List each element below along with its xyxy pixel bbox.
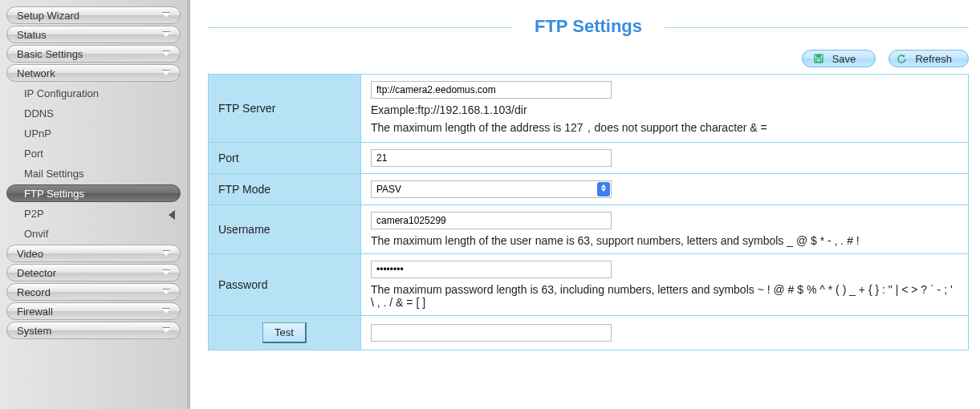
table-row: Test	[209, 316, 969, 350]
sidebar-item-ddns[interactable]: DDNS	[6, 104, 181, 122]
sidebar-group-setup-wizard[interactable]: Setup Wizard	[6, 6, 181, 24]
sidebar-group-basic-settings[interactable]: Basic Settings	[6, 45, 181, 63]
chevron-down-icon	[162, 32, 170, 37]
ftp-server-hint1: Example:ftp://192.168.1.103/dir	[371, 103, 958, 116]
chevron-down-icon	[162, 51, 170, 56]
sidebar-item-onvif[interactable]: Onvif	[6, 225, 181, 242]
ftp-mode-select[interactable]: PASV	[371, 180, 612, 198]
sidebar-group-label: Video	[17, 248, 43, 260]
sidebar-item-upnp[interactable]: UPnP	[6, 124, 181, 142]
sidebar-item-label: Mail Settings	[24, 168, 83, 180]
ftp-server-input[interactable]	[371, 81, 612, 99]
test-button[interactable]: Test	[262, 322, 307, 343]
settings-table: FTP Server Example:ftp://192.168.1.103/d…	[208, 74, 969, 350]
sidebar-group-label: Network	[17, 67, 55, 79]
active-indicator-icon	[169, 210, 175, 220]
sidebar: Setup Wizard Status Basic Settings Netwo…	[0, 0, 190, 409]
table-row: Password The maximum password length is …	[209, 254, 969, 316]
sidebar-group-video[interactable]: Video	[6, 245, 181, 262]
refresh-button-label: Refresh	[915, 53, 952, 65]
table-row: Username The maximum length of the user …	[209, 205, 969, 254]
password-label: Password	[209, 254, 361, 316]
chevron-down-icon	[162, 13, 170, 18]
sidebar-item-label: DDNS	[24, 107, 54, 119]
password-hint: The maximum password length is 63, inclu…	[371, 283, 958, 309]
table-row: Port	[209, 143, 969, 174]
actions-bar: Save Refresh	[208, 50, 969, 67]
test-result-input[interactable]	[371, 324, 612, 342]
sidebar-group-label: Setup Wizard	[17, 10, 79, 22]
test-result-cell	[361, 316, 969, 350]
chevron-down-icon	[162, 290, 170, 294]
username-label: Username	[209, 205, 361, 254]
sidebar-group-detector[interactable]: Detector	[6, 264, 181, 281]
chevron-down-icon	[162, 71, 170, 75]
table-row: FTP Server Example:ftp://192.168.1.103/d…	[209, 75, 969, 143]
ftp-server-cell: Example:ftp://192.168.1.103/dir The maxi…	[361, 75, 969, 143]
port-input[interactable]	[371, 149, 612, 167]
sidebar-group-label: Basic Settings	[17, 48, 83, 60]
refresh-icon	[896, 53, 907, 64]
sidebar-item-label: Port	[24, 148, 43, 160]
sidebar-item-label: P2P	[24, 208, 44, 220]
sidebar-item-p2p[interactable]: P2P	[6, 204, 181, 222]
sidebar-group-system[interactable]: System	[6, 322, 181, 339]
sidebar-group-label: Firewall	[17, 306, 53, 318]
ftp-mode-cell: PASV	[361, 174, 969, 205]
port-label: Port	[209, 143, 361, 174]
sidebar-group-network[interactable]: Network	[6, 64, 181, 82]
chevron-down-icon	[162, 309, 170, 314]
sidebar-item-label: Onvif	[24, 228, 48, 240]
sidebar-item-ip-configuration[interactable]: IP Configuration	[6, 84, 181, 102]
save-button-label: Save	[832, 53, 856, 65]
chevron-down-icon	[162, 251, 170, 256]
port-cell	[361, 143, 969, 174]
chevron-down-icon	[162, 270, 170, 275]
save-icon	[813, 53, 824, 64]
username-hint: The maximum length of the user name is 6…	[371, 234, 958, 247]
table-row: FTP Mode PASV	[209, 174, 969, 205]
svg-rect-2	[816, 59, 821, 62]
svg-rect-1	[816, 55, 821, 58]
sidebar-item-ftp-settings[interactable]: FTP Settings	[6, 184, 181, 202]
save-button[interactable]: Save	[802, 50, 876, 67]
test-cell: Test	[209, 316, 361, 350]
sidebar-group-record[interactable]: Record	[6, 283, 181, 301]
ftp-server-label: FTP Server	[209, 75, 361, 143]
username-cell: The maximum length of the user name is 6…	[361, 205, 969, 254]
divider	[208, 27, 512, 28]
sidebar-item-port[interactable]: Port	[6, 144, 181, 162]
ftp-server-hint2: The maximum length of the address is 127…	[371, 121, 958, 136]
content-area: FTP Settings Save Refresh FTP Server	[190, 0, 980, 409]
password-cell: The maximum password length is 63, inclu…	[361, 254, 969, 316]
sidebar-group-label: Status	[17, 29, 47, 41]
title-row: FTP Settings	[208, 16, 969, 37]
ftp-mode-label: FTP Mode	[209, 174, 361, 205]
username-input[interactable]	[371, 212, 612, 229]
sidebar-item-mail-settings[interactable]: Mail Settings	[6, 164, 181, 182]
sidebar-group-firewall[interactable]: Firewall	[6, 302, 181, 320]
sidebar-group-label: Record	[17, 286, 51, 298]
sidebar-group-label: System	[17, 325, 51, 337]
sidebar-item-label: IP Configuration	[24, 87, 99, 99]
page-title: FTP Settings	[528, 16, 649, 37]
sidebar-group-status[interactable]: Status	[6, 26, 181, 43]
password-input[interactable]	[371, 261, 612, 278]
chevron-down-icon	[162, 328, 170, 333]
sidebar-item-label: UPnP	[24, 128, 51, 140]
refresh-button[interactable]: Refresh	[889, 50, 969, 67]
divider	[665, 27, 969, 28]
sidebar-group-label: Detector	[17, 267, 56, 279]
sidebar-item-label: FTP Settings	[24, 188, 84, 200]
